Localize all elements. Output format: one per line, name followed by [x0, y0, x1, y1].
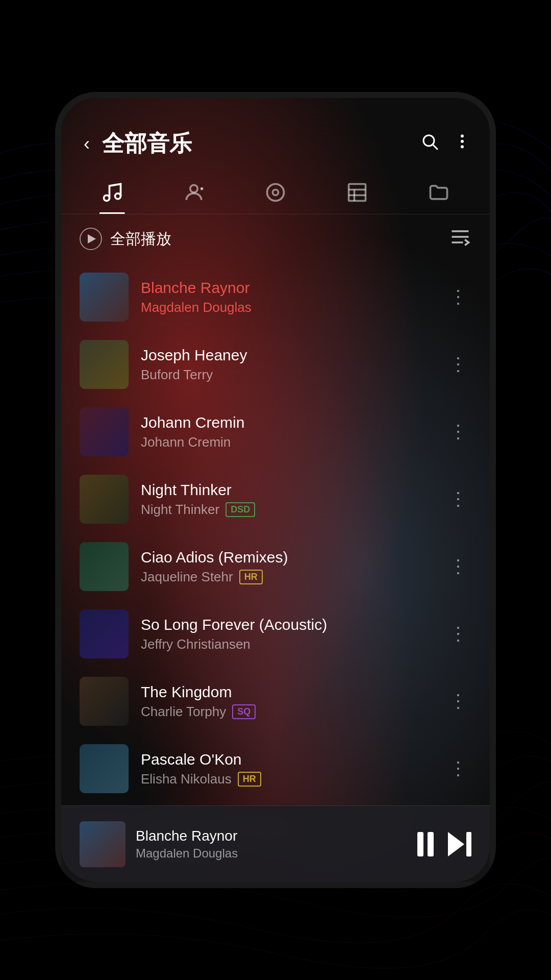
svg-rect-12 [349, 184, 366, 201]
track-artist: Elisha Nikolaus [141, 771, 232, 787]
track-info: Pascale O'Kon Elisha Nikolaus HR [141, 751, 433, 787]
svg-point-7 [190, 185, 198, 192]
track-title: Johann Cremin [141, 414, 433, 431]
track-info: Blanche Raynor Magdalen Douglas [141, 279, 433, 315]
track-more-button[interactable]: ⋮ [445, 282, 471, 312]
app-content: ‹ 全部音乐 [61, 98, 490, 882]
now-playing-bar[interactable]: Blanche Raynor Magdalen Douglas [61, 805, 490, 882]
svg-point-6 [115, 193, 121, 199]
tab-album[interactable] [254, 175, 297, 214]
now-playing-info: Blanche Raynor Magdalen Douglas [136, 828, 407, 861]
track-subtitle: Night Thinker DSD [141, 502, 433, 518]
tab-music[interactable] [91, 175, 134, 214]
pause-bar-right [428, 832, 434, 856]
tab-list[interactable] [336, 175, 379, 214]
track-title: Blanche Raynor [141, 279, 433, 297]
track-artist: Charlie Torphy [141, 704, 226, 720]
track-info: Ciao Adios (Remixes) Jaqueline Stehr HR [141, 549, 433, 585]
more-button[interactable] [453, 132, 471, 155]
track-thumb [80, 475, 129, 524]
track-title: Pascale O'Kon [141, 751, 433, 768]
track-list: Blanche Raynor Magdalen Douglas ⋮ Joseph… [61, 263, 490, 882]
track-thumb [80, 340, 129, 389]
track-more-button[interactable]: ⋮ [445, 484, 471, 514]
page-title: 全部音乐 [102, 129, 412, 159]
track-title: So Long Forever (Acoustic) [141, 616, 433, 633]
track-thumb [80, 609, 129, 658]
track-thumb [80, 677, 129, 726]
track-more-button[interactable]: ⋮ [445, 552, 471, 581]
play-all-bar: 全部播放 [61, 214, 490, 263]
quality-badge: HR [238, 772, 261, 787]
track-item[interactable]: The Kingdom Charlie Torphy SQ ⋮ [61, 668, 490, 735]
track-title: Joseph Heaney [141, 347, 433, 364]
track-info: Night Thinker Night Thinker DSD [141, 481, 433, 518]
track-thumb [80, 407, 129, 456]
track-subtitle: Charlie Torphy SQ [141, 704, 433, 720]
track-artist: Night Thinker [141, 502, 219, 518]
track-more-button[interactable]: ⋮ [445, 350, 471, 379]
track-artist: Jeffry Christiansen [141, 636, 251, 652]
track-more-button[interactable]: ⋮ [445, 417, 471, 447]
track-more-button[interactable]: ⋮ [445, 687, 471, 716]
phone-screen: ‹ 全部音乐 [61, 98, 490, 882]
playback-controls [417, 832, 471, 856]
play-all-button[interactable] [80, 228, 102, 250]
svg-point-2 [461, 135, 464, 138]
track-subtitle: Jaqueline Stehr HR [141, 569, 433, 585]
track-item[interactable]: Johann Cremin Johann Cremin ⋮ [61, 398, 490, 465]
outer-background: ‹ 全部音乐 [0, 0, 551, 980]
track-title: Ciao Adios (Remixes) [141, 549, 433, 566]
track-artist: Johann Cremin [141, 434, 231, 450]
now-playing-thumb [80, 821, 126, 867]
quality-badge: HR [239, 570, 263, 584]
track-item[interactable]: Pascale O'Kon Elisha Nikolaus HR ⋮ [61, 735, 490, 802]
now-playing-title: Blanche Raynor [136, 828, 407, 844]
track-thumb [80, 744, 129, 793]
track-title: The Kingdom [141, 683, 433, 701]
track-item[interactable]: Joseph Heaney Buford Terry ⋮ [61, 331, 490, 398]
pause-button[interactable] [417, 832, 434, 856]
track-item[interactable]: Ciao Adios (Remixes) Jaqueline Stehr HR … [61, 533, 490, 600]
svg-point-3 [461, 140, 464, 143]
header-actions [420, 132, 471, 155]
track-subtitle: Elisha Nikolaus HR [141, 771, 433, 787]
track-item[interactable]: Blanche Raynor Magdalen Douglas ⋮ [61, 263, 490, 331]
track-subtitle: Jeffry Christiansen [141, 636, 433, 652]
track-info: Johann Cremin Johann Cremin [141, 414, 433, 450]
track-subtitle: Johann Cremin [141, 434, 433, 450]
track-more-button[interactable]: ⋮ [445, 754, 471, 783]
quality-badge: SQ [232, 704, 256, 719]
quality-badge: DSD [226, 502, 255, 517]
search-button[interactable] [420, 132, 439, 155]
track-subtitle: Magdalen Douglas [141, 300, 433, 315]
track-item[interactable]: So Long Forever (Acoustic) Jeffry Christ… [61, 600, 490, 668]
tab-artist[interactable] [172, 175, 215, 214]
tab-folder[interactable] [417, 175, 460, 214]
track-item[interactable]: Night Thinker Night Thinker DSD ⋮ [61, 465, 490, 533]
track-thumb [80, 273, 129, 322]
track-more-button[interactable]: ⋮ [445, 619, 471, 649]
svg-point-10 [267, 184, 284, 201]
track-artist: Buford Terry [141, 367, 213, 383]
back-button[interactable]: ‹ [80, 129, 94, 159]
track-title: Night Thinker [141, 481, 433, 499]
svg-point-5 [104, 195, 110, 201]
track-info: The Kingdom Charlie Torphy SQ [141, 683, 433, 720]
header: ‹ 全部音乐 [61, 98, 490, 169]
nav-tabs [61, 169, 490, 214]
track-artist: Jaqueline Stehr [141, 569, 233, 585]
play-all-label: 全部播放 [110, 229, 441, 250]
track-thumb [80, 542, 129, 591]
track-artist: Magdalen Douglas [141, 300, 252, 315]
next-bar [466, 832, 471, 856]
sort-button[interactable] [449, 226, 471, 252]
phone-frame: ‹ 全部音乐 [55, 92, 496, 888]
svg-point-11 [273, 190, 279, 195]
svg-point-4 [461, 145, 464, 149]
next-triangle [448, 832, 464, 856]
now-playing-artist: Magdalen Douglas [136, 846, 407, 861]
track-subtitle: Buford Terry [141, 367, 433, 383]
track-info: So Long Forever (Acoustic) Jeffry Christ… [141, 616, 433, 652]
next-button[interactable] [448, 832, 471, 856]
